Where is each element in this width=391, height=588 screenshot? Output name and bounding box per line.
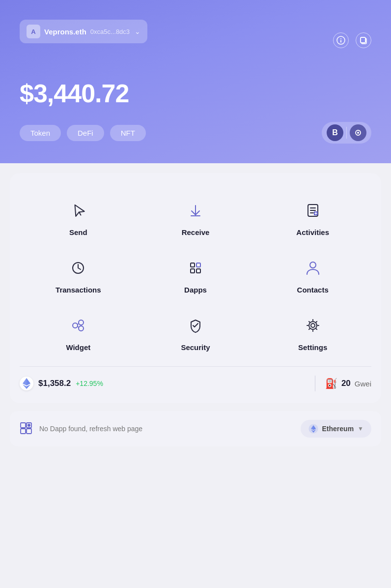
svg-point-7 <box>357 132 359 134</box>
contacts-label: Contacts <box>297 286 329 294</box>
chevron-down-icon: ⌄ <box>135 28 140 35</box>
svg-point-25 <box>73 323 78 328</box>
tab-nft[interactable]: NFT <box>110 125 146 141</box>
receive-button[interactable]: Receive <box>137 189 254 246</box>
send-button[interactable]: Send <box>20 189 137 246</box>
balance-amount: $3,440.72 <box>20 79 371 108</box>
svg-point-1 <box>340 38 341 39</box>
main-card: Send Receive <box>10 173 381 403</box>
widget-button[interactable]: Widget <box>20 304 137 361</box>
avatar: A <box>27 25 40 38</box>
transactions-label: Transactions <box>56 286 101 294</box>
svg-rect-21 <box>196 263 200 267</box>
security-label: Security <box>181 343 210 352</box>
svg-rect-38 <box>21 429 26 434</box>
transactions-button[interactable]: Transactions <box>20 246 137 304</box>
dapp-message: No Dapp found, refresh web page <box>39 425 142 433</box>
svg-rect-36 <box>21 423 26 428</box>
network-selector[interactable]: Ethereum ▼ <box>301 420 371 438</box>
activities-icon <box>301 199 325 222</box>
security-icon <box>184 314 207 337</box>
dapps-button[interactable]: Dapps <box>137 246 254 304</box>
wallet-name: Veprons.eth <box>44 28 86 36</box>
copy-button[interactable] <box>356 32 371 48</box>
activities-label: Activities <box>296 228 329 236</box>
info-button[interactable] <box>333 32 349 48</box>
svg-rect-23 <box>196 269 200 273</box>
svg-point-26 <box>79 320 84 325</box>
settings-icon <box>301 314 325 337</box>
svg-line-9 <box>79 212 81 215</box>
exchange-icon-b[interactable]: B <box>327 124 343 141</box>
svg-rect-2 <box>340 40 341 43</box>
settings-label: Settings <box>298 343 327 352</box>
dapp-left: No Dapp found, refresh web page <box>20 422 142 436</box>
contacts-icon <box>301 256 325 280</box>
svg-line-29 <box>78 326 79 327</box>
gas-value: 20 <box>341 379 351 388</box>
eth-logo <box>20 377 33 390</box>
action-grid: Send Receive <box>20 189 371 361</box>
network-name: Ethereum <box>322 425 354 433</box>
card-bottom: $1,358.2 +12.95% ⛽ 20 Gwei <box>20 366 371 391</box>
tab-token[interactable]: Token <box>20 125 61 141</box>
tab-row: Token DeFi NFT B <box>20 122 371 144</box>
address-bar[interactable]: A Veprons.eth 0xca5c...8dc3 ⌄ <box>20 20 147 43</box>
settings-button[interactable]: Settings <box>254 304 371 361</box>
gas-pump-icon: ⛽ <box>325 378 337 389</box>
svg-marker-8 <box>71 203 84 216</box>
activities-button[interactable]: Activities <box>254 189 371 246</box>
gas-unit: Gwei <box>355 380 371 388</box>
network-chevron-icon: ▼ <box>358 425 363 432</box>
widget-label: Widget <box>66 343 90 352</box>
dapps-small-icon <box>20 422 33 436</box>
receive-label: Receive <box>182 228 210 236</box>
tab-defi[interactable]: DeFi <box>67 125 104 141</box>
gas-info: ⛽ 20 Gwei <box>325 378 371 389</box>
security-button[interactable]: Security <box>137 304 254 361</box>
dapps-label: Dapps <box>184 286 207 294</box>
eth-price-value: $1,358.2 <box>38 379 71 388</box>
svg-rect-22 <box>191 269 195 273</box>
exchange-icon-2[interactable] <box>350 124 366 141</box>
svg-line-28 <box>78 323 79 324</box>
receive-icon <box>184 199 207 222</box>
widget-icon <box>66 314 90 337</box>
svg-rect-4 <box>361 37 365 43</box>
svg-marker-33 <box>27 378 30 385</box>
svg-rect-20 <box>191 263 195 267</box>
eth-price-change: +12.95% <box>76 380 103 387</box>
send-icon <box>66 199 90 222</box>
svg-rect-39 <box>27 429 31 434</box>
send-label: Send <box>69 228 87 236</box>
svg-point-27 <box>79 326 84 331</box>
exchange-icons: B <box>322 122 371 144</box>
eth-network-icon <box>308 424 318 434</box>
dapps-icon <box>184 256 207 280</box>
exchange-divider <box>346 127 347 139</box>
svg-point-31 <box>309 322 317 329</box>
contacts-button[interactable]: Contacts <box>254 246 371 304</box>
header: A Veprons.eth 0xca5c...8dc3 ⌄ <box>0 0 391 163</box>
transactions-icon <box>66 256 90 280</box>
svg-point-24 <box>310 262 316 268</box>
eth-price: $1,358.2 +12.95% <box>20 377 305 390</box>
card-bottom-divider <box>315 376 315 391</box>
dapp-bar: No Dapp found, refresh web page Ethereum… <box>10 411 381 446</box>
svg-point-30 <box>311 323 315 327</box>
svg-point-40 <box>28 424 30 427</box>
wallet-address: 0xca5c...8dc3 <box>90 28 130 35</box>
